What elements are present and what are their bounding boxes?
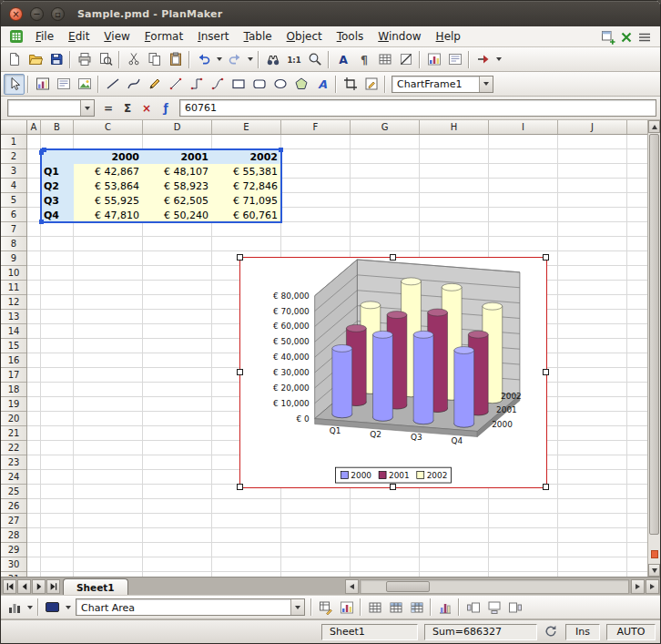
maximize-window-button[interactable]: ▫ — [51, 7, 65, 21]
chart-menu-dropdown[interactable] — [25, 597, 35, 618]
sheet-tab-sheet1[interactable]: Sheet1 — [63, 578, 128, 595]
close-window-button[interactable]: × — [9, 7, 23, 21]
draw-ellipse-button[interactable] — [269, 74, 290, 95]
draw-polygon-button[interactable] — [290, 74, 311, 95]
range-handle[interactable] — [42, 148, 46, 152]
row-header-4[interactable]: 4 — [1, 179, 26, 193]
draw-line-button[interactable] — [102, 74, 123, 95]
menu-tools[interactable]: Tools — [330, 27, 371, 46]
draw-freehand-button[interactable] — [144, 74, 165, 95]
legend-right-button[interactable] — [504, 597, 525, 618]
format-cells-button[interactable] — [374, 49, 395, 70]
row-header-21[interactable]: 21 — [1, 426, 26, 441]
insert-text-frame-button[interactable] — [53, 74, 74, 95]
column-header-C[interactable]: C — [74, 120, 143, 134]
redo-button[interactable] — [224, 49, 245, 70]
show-data-table-button[interactable] — [406, 597, 427, 618]
menu-view[interactable]: View — [97, 27, 137, 46]
cancel-button[interactable]: × — [137, 99, 156, 118]
menu-file[interactable]: File — [28, 27, 61, 46]
row-header-8[interactable]: 8 — [1, 237, 26, 251]
column-header-K[interactable]: K — [627, 120, 647, 134]
format-character-button[interactable]: A — [332, 49, 353, 70]
column-header-F[interactable]: F — [281, 120, 351, 134]
chart-resize-handle[interactable] — [237, 369, 243, 375]
minimize-window-button[interactable]: − — [30, 7, 44, 21]
formula-input[interactable]: 60761 — [179, 99, 656, 117]
select-all-corner[interactable] — [1, 120, 27, 135]
legend-bottom-button[interactable] — [483, 597, 504, 618]
column-chart-button[interactable] — [434, 597, 455, 618]
horizontal-scroll-thumb[interactable] — [386, 581, 430, 592]
find-button[interactable] — [262, 49, 283, 70]
row-header-14[interactable]: 14 — [1, 324, 26, 339]
new-document-button[interactable] — [4, 49, 25, 70]
insert-chart-button[interactable] — [423, 49, 444, 70]
row-header-15[interactable]: 15 — [1, 339, 26, 353]
chart-resize-handle[interactable] — [237, 484, 243, 490]
chart-resize-handle[interactable] — [543, 369, 549, 375]
chart-resize-handle[interactable] — [543, 484, 549, 490]
row-header-24[interactable]: 24 — [1, 470, 26, 485]
data-in-rows-button[interactable] — [364, 597, 385, 618]
column-header-G[interactable]: G — [351, 120, 420, 134]
copy-button[interactable] — [144, 49, 165, 70]
next-sheet-button[interactable] — [32, 579, 46, 594]
row-header-17[interactable]: 17 — [1, 368, 26, 383]
selected-range-border[interactable] — [40, 148, 282, 223]
column-header-E[interactable]: E — [212, 120, 281, 134]
chart-resize-handle[interactable] — [390, 484, 396, 490]
row-header-18[interactable]: 18 — [1, 383, 26, 397]
last-sheet-button[interactable] — [46, 579, 60, 594]
column-header-D[interactable]: D — [143, 120, 212, 134]
row-header-19[interactable]: 19 — [1, 397, 26, 412]
draw-rectangle-button[interactable] — [228, 74, 249, 95]
column-header-H[interactable]: H — [420, 120, 489, 134]
object-selector[interactable]: ChartFrame1 — [392, 76, 493, 93]
row-header-20[interactable]: 20 — [1, 412, 26, 426]
hscroll-right-button[interactable] — [631, 579, 645, 594]
draw-curve-button[interactable] — [123, 74, 144, 95]
redo-dropdown[interactable] — [245, 49, 255, 70]
more-tools-button[interactable] — [473, 49, 493, 70]
chart-element-selector[interactable]: Chart Area — [76, 598, 305, 616]
row-header-29[interactable]: 29 — [1, 543, 26, 557]
row-header-9[interactable]: 9 — [1, 251, 26, 266]
print-preview-button[interactable] — [95, 49, 116, 70]
row-header-7[interactable]: 7 — [1, 222, 26, 237]
menu-format[interactable]: Format — [137, 27, 190, 46]
borders-button[interactable] — [395, 49, 416, 70]
menu-help[interactable]: Help — [429, 27, 468, 46]
row-header-25[interactable]: 25 — [1, 485, 26, 499]
vertical-scrollbar[interactable] — [647, 120, 660, 577]
vertical-scroll-thumb[interactable] — [649, 134, 659, 535]
fill-color-dropdown[interactable] — [63, 597, 73, 618]
cell-reference-box[interactable] — [7, 99, 95, 117]
data-in-columns-button[interactable] — [385, 597, 406, 618]
chart-resize-handle[interactable] — [237, 254, 243, 261]
insert-picture-button[interactable] — [74, 74, 95, 95]
connector-elbow-button[interactable] — [186, 74, 207, 95]
paste-button[interactable] — [165, 49, 186, 70]
open-button[interactable] — [25, 49, 46, 70]
insert-chartframe-button[interactable] — [32, 74, 53, 95]
menu-table[interactable]: Table — [237, 27, 280, 46]
chart-type-button[interactable] — [336, 597, 357, 618]
connector-curved-button[interactable] — [207, 74, 228, 95]
print-button[interactable] — [74, 49, 95, 70]
scroll-down-button[interactable] — [648, 564, 660, 577]
chart-resize-handle[interactable] — [390, 254, 396, 261]
undo-button[interactable] — [193, 49, 214, 70]
chart-resize-handle[interactable] — [543, 254, 549, 261]
menu-window[interactable]: Window — [371, 27, 428, 46]
row-header-3[interactable]: 3 — [1, 164, 26, 179]
chevron-down-icon[interactable] — [80, 100, 94, 116]
row-header-28[interactable]: 28 — [1, 528, 26, 543]
row-header-1[interactable]: 1 — [1, 135, 26, 149]
draw-textart-button[interactable]: A — [311, 74, 332, 95]
row-header-13[interactable]: 13 — [1, 310, 26, 324]
column-header-A[interactable]: A — [27, 120, 41, 134]
close-document-icon[interactable] — [619, 30, 633, 44]
row-header-5[interactable]: 5 — [1, 193, 26, 208]
select-objects-button[interactable] — [4, 74, 25, 95]
